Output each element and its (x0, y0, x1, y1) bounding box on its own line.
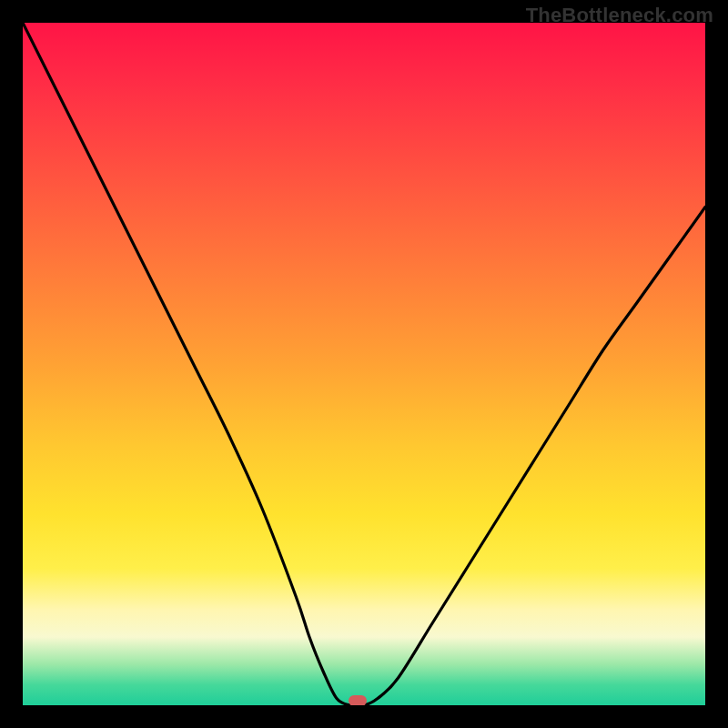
bottleneck-curve (23, 23, 705, 705)
chart-frame: TheBottleneck.com (0, 0, 728, 728)
curve-path (23, 23, 705, 705)
optimum-marker (349, 695, 367, 705)
watermark-text: TheBottleneck.com (526, 4, 713, 27)
plot-area (23, 23, 705, 705)
